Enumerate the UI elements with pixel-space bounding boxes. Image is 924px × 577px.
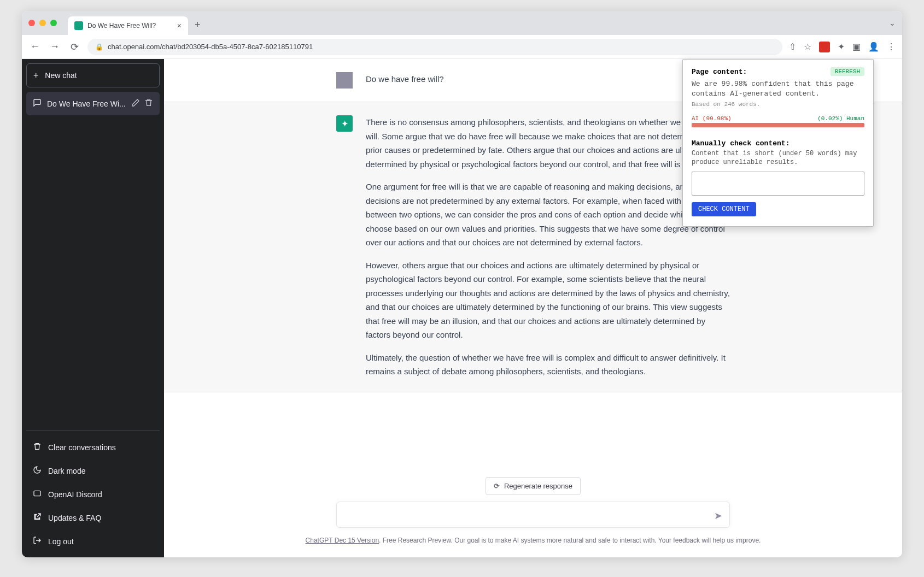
edit-icon[interactable]	[131, 98, 140, 109]
logout-button[interactable]: Log out	[26, 529, 160, 553]
new-tab-button[interactable]: +	[195, 19, 201, 31]
clear-conversations-button[interactable]: Clear conversations	[26, 435, 160, 459]
back-button[interactable]: ←	[28, 41, 42, 52]
human-percent-label: (0.02%) Human	[817, 115, 864, 122]
ai-paragraph: Ultimately, the question of whether we h…	[366, 351, 730, 379]
sidebar-footer: Clear conversations Dark mode OpenAI Dis…	[26, 431, 160, 553]
url-input[interactable]: 🔒 chat.openai.com/chat/bd203054-db5a-450…	[87, 39, 782, 55]
send-button[interactable]: ➤	[714, 510, 722, 522]
disclaimer-text: . Free Research Preview. Our goal is to …	[379, 537, 761, 544]
tab-close-icon[interactable]: ×	[177, 21, 182, 30]
sidebar-toggle-icon[interactable]: ▣	[852, 42, 861, 52]
trash-icon	[33, 442, 42, 452]
ai-paragraph: However, others argue that our choices a…	[366, 258, 730, 342]
sidebar: + New chat Do We Have Free Wi...	[22, 59, 164, 557]
tab-overflow-icon[interactable]: ⌄	[889, 19, 896, 27]
reload-button[interactable]: ⟳	[68, 41, 81, 53]
ai-paragraph: There is no consensus among philosophers…	[366, 115, 730, 171]
new-chat-button[interactable]: + New chat	[26, 63, 160, 87]
check-content-button[interactable]: CHECK CONTENT	[692, 202, 756, 216]
maximize-window-button[interactable]	[50, 20, 57, 26]
profile-icon[interactable]: 👤	[868, 42, 879, 52]
ai-message-text: There is no consensus among philosophers…	[366, 115, 730, 379]
confidence-text: We are 99.98% confident that this page c…	[692, 79, 864, 99]
toolbar-icons: ⇧ ☆ ✦ ▣ 👤 ⋮	[789, 42, 896, 52]
manual-check-subtitle: Content that is short (under 50 words) m…	[692, 150, 864, 167]
plus-icon: +	[33, 70, 38, 80]
window-controls	[28, 20, 57, 26]
tab-favicon-icon	[74, 21, 83, 30]
moon-icon	[33, 466, 42, 476]
word-count-text: Based on 246 words.	[692, 101, 864, 108]
bookmark-icon[interactable]: ☆	[804, 42, 811, 52]
disclaimer: ChatGPT Dec 15 Version. Free Research Pr…	[306, 537, 761, 544]
faq-label: Updates & FAQ	[48, 514, 101, 522]
svg-rect-0	[34, 491, 40, 496]
clear-label: Clear conversations	[48, 443, 116, 452]
refresh-button[interactable]: REFRESH	[831, 67, 864, 76]
browser-tab[interactable]: Do We Have Free Will? ×	[68, 16, 188, 35]
confidence-meter	[692, 123, 864, 127]
page-content-title: Page content:	[692, 68, 747, 76]
discord-button[interactable]: OpenAI Discord	[26, 482, 160, 506]
address-bar: ← → ⟳ 🔒 chat.openai.com/chat/bd203054-db…	[22, 35, 902, 59]
url-text: chat.openai.com/chat/bd203054-db5a-4507-…	[108, 43, 313, 51]
updates-faq-button[interactable]: Updates & FAQ	[26, 506, 160, 529]
tab-title: Do We Have Free Will?	[87, 22, 156, 30]
meter-labels: AI (99.98%) (0.02%) Human	[692, 115, 864, 122]
manual-check-input[interactable]	[692, 172, 864, 196]
ai-percent-label: AI (99.98%)	[692, 115, 732, 122]
ai-avatar: ✦	[336, 115, 353, 132]
new-chat-label: New chat	[45, 71, 77, 80]
discord-label: OpenAI Discord	[48, 490, 102, 499]
chat-icon	[33, 98, 42, 109]
browser-window: Do We Have Free Will? × + ⌄ ← → ⟳ 🔒 chat…	[22, 11, 902, 557]
input-container: ➤	[336, 502, 730, 530]
regenerate-label: Regenerate response	[504, 482, 572, 490]
extension-popup: Page content: REFRESH We are 99.98% conf…	[682, 59, 874, 227]
minimize-window-button[interactable]	[39, 20, 46, 26]
menu-icon[interactable]: ⋮	[887, 42, 896, 52]
chat-footer: ⟳ Regenerate response ➤ ChatGPT Dec 15 V…	[164, 468, 902, 557]
refresh-icon: ⟳	[494, 482, 500, 490]
delete-icon[interactable]	[144, 98, 153, 109]
ai-paragraph: One argument for free will is that we ar…	[366, 180, 730, 250]
user-avatar	[336, 72, 353, 89]
manual-check-title: Manually check content:	[692, 139, 864, 148]
close-window-button[interactable]	[28, 20, 35, 26]
logout-icon	[33, 536, 42, 546]
chat-history: Do We Have Free Wi...	[26, 92, 160, 431]
forward-button[interactable]: →	[48, 41, 61, 52]
chat-input[interactable]	[336, 502, 730, 528]
share-icon[interactable]: ⇧	[789, 42, 796, 52]
regenerate-button[interactable]: ⟳ Regenerate response	[486, 477, 581, 495]
discord-icon	[33, 489, 42, 499]
lock-icon: 🔒	[95, 43, 103, 51]
dark-label: Dark mode	[48, 467, 85, 475]
extensions-icon[interactable]: ✦	[838, 42, 845, 52]
browser-tab-bar: Do We Have Free Will? × + ⌄	[22, 11, 902, 35]
logout-label: Log out	[48, 537, 74, 546]
external-link-icon	[33, 513, 42, 523]
extension-red-icon[interactable]	[819, 42, 830, 52]
history-item[interactable]: Do We Have Free Wi...	[26, 92, 160, 115]
user-message-text: Do we have free will?	[366, 72, 730, 89]
history-item-title: Do We Have Free Wi...	[47, 99, 126, 108]
version-link[interactable]: ChatGPT Dec 15 Version	[306, 537, 379, 544]
dark-mode-button[interactable]: Dark mode	[26, 459, 160, 482]
